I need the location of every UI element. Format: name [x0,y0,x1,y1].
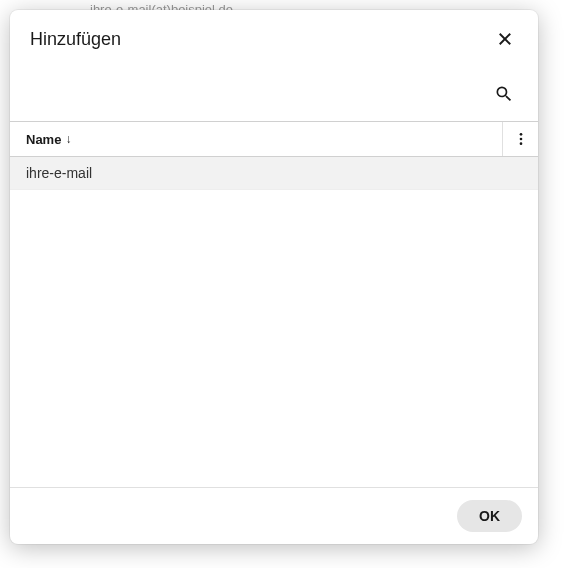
dialog-toolbar [10,60,538,121]
row-name: ihre-e-mail [26,165,92,181]
close-button[interactable] [492,26,518,52]
more-vert-icon [513,131,529,147]
close-icon [496,30,514,48]
column-actions-button[interactable] [502,122,538,156]
column-header-name[interactable]: Name ↓ [10,132,502,147]
table-body: ihre-e-mail [10,157,538,487]
dialog-footer: OK [10,487,538,544]
sort-arrow-icon: ↓ [65,132,71,146]
search-button[interactable] [490,80,518,111]
svg-point-2 [519,133,522,136]
add-dialog: Hinzufügen Name ↓ ih [10,10,538,544]
search-icon [494,84,514,104]
ok-button[interactable]: OK [457,500,522,532]
svg-point-4 [519,142,522,145]
column-name-label: Name [26,132,61,147]
table-header: Name ↓ [10,121,538,157]
table-row[interactable]: ihre-e-mail [10,157,538,190]
dialog-header: Hinzufügen [10,10,538,60]
svg-point-3 [519,138,522,141]
dialog-title: Hinzufügen [30,29,121,50]
